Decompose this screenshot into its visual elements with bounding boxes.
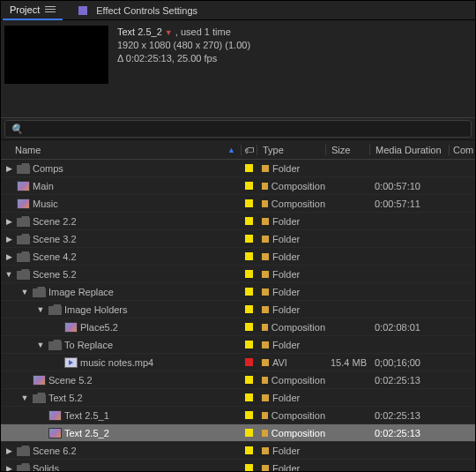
tree-row-item[interactable]: Text 2.5_1Composition0:02:25:13 bbox=[1, 407, 475, 424]
project-panel: Project Effect Controls Settings Text 2.… bbox=[0, 0, 476, 472]
twisty-icon[interactable]: ▼ bbox=[4, 270, 13, 279]
tag-icon: 🏷 bbox=[244, 145, 254, 155]
twisty-icon[interactable]: ▼ bbox=[36, 305, 45, 314]
type-swatch-icon bbox=[262, 271, 269, 278]
type-swatch-icon bbox=[262, 288, 269, 296]
tree-row-item[interactable]: MusicComposition0:00:57:11 bbox=[1, 195, 475, 213]
column-header-name[interactable]: Name ▲ bbox=[15, 145, 241, 155]
label-swatch[interactable] bbox=[245, 164, 253, 172]
column-header-type[interactable]: Type bbox=[257, 145, 325, 155]
type-label: Composition bbox=[271, 199, 325, 209]
tree-row-folder[interactable]: ▼To ReplaceFolder bbox=[1, 336, 475, 354]
label-swatch[interactable] bbox=[245, 252, 253, 260]
type-cell: Folder bbox=[257, 163, 325, 174]
column-header-label[interactable]: 🏷 bbox=[241, 145, 257, 155]
folder-icon bbox=[16, 268, 30, 281]
tree-row-folder[interactable]: ▶CompsFolder bbox=[1, 160, 475, 177]
selection-thumbnail[interactable] bbox=[4, 26, 108, 84]
sort-ascending-icon[interactable]: ▲ bbox=[227, 146, 235, 154]
column-header-size[interactable]: Size bbox=[325, 145, 369, 155]
type-cell: Composition bbox=[257, 375, 325, 386]
tree-row-item[interactable]: Scene 5.2Composition0:02:25:13 bbox=[1, 371, 475, 389]
label-swatch[interactable] bbox=[245, 323, 253, 331]
twisty-icon[interactable]: ▼ bbox=[36, 341, 45, 349]
label-swatch[interactable] bbox=[245, 429, 253, 437]
type-swatch-icon bbox=[262, 412, 268, 419]
column-header-duration[interactable]: Media Duration bbox=[369, 145, 449, 155]
label-swatch[interactable] bbox=[245, 358, 253, 366]
composition-icon bbox=[48, 427, 62, 439]
label-swatch[interactable] bbox=[245, 199, 253, 207]
item-label: Comps bbox=[33, 163, 63, 174]
tree-row-folder[interactable]: ▼Scene 5.2Folder bbox=[1, 266, 475, 283]
type-swatch-icon bbox=[262, 430, 268, 437]
twisty-icon[interactable]: ▶ bbox=[4, 217, 13, 226]
project-tree[interactable]: ▶CompsFolderMainComposition0:00:57:10Mus… bbox=[1, 160, 475, 471]
twisty-icon[interactable]: ▼ bbox=[20, 393, 29, 402]
folder-icon bbox=[48, 339, 62, 351]
label-swatch[interactable] bbox=[245, 446, 253, 454]
label-swatch[interactable] bbox=[245, 411, 253, 419]
item-label: Scene 2.2 bbox=[33, 216, 77, 227]
panel-menu-icon[interactable] bbox=[45, 6, 56, 12]
label-swatch[interactable] bbox=[245, 182, 253, 190]
column-header-comment[interactable]: Com bbox=[449, 145, 475, 155]
duration-cell: 0:00:57:11 bbox=[369, 199, 449, 209]
selection-dropdown-icon[interactable]: ▼ bbox=[165, 28, 173, 37]
duration-cell: 0;00;16;00 bbox=[369, 357, 449, 368]
tree-row-folder[interactable]: ▼Image HoldersFolder bbox=[1, 301, 475, 318]
tree-row-folder[interactable]: ▶Scene 4.2Folder bbox=[1, 248, 475, 266]
type-swatch-icon bbox=[262, 165, 269, 172]
twisty-icon[interactable]: ▶ bbox=[4, 252, 13, 261]
tree-row-folder[interactable]: ▼Image ReplaceFolder bbox=[1, 283, 475, 301]
search-icon: 🔍 bbox=[11, 124, 23, 135]
folder-icon bbox=[16, 251, 30, 263]
folder-icon bbox=[48, 303, 62, 316]
folder-icon bbox=[16, 445, 30, 457]
panel-tabs: Project Effect Controls Settings bbox=[1, 1, 475, 20]
folder-icon bbox=[32, 392, 46, 404]
tree-row-folder[interactable]: ▶SolidsFolder bbox=[1, 460, 475, 471]
tree-row-item[interactable]: MainComposition0:00:57:10 bbox=[1, 177, 475, 195]
label-swatch[interactable] bbox=[245, 235, 253, 243]
label-swatch[interactable] bbox=[245, 305, 253, 313]
tree-row-item[interactable]: Place5.2Composition0:02:08:01 bbox=[1, 318, 475, 336]
type-swatch-icon bbox=[262, 200, 268, 207]
twisty-icon[interactable]: ▶ bbox=[4, 164, 13, 173]
label-swatch[interactable] bbox=[245, 341, 253, 348]
label-swatch[interactable] bbox=[245, 393, 253, 401]
tree-row-item[interactable]: music notes.mp4AVI15.4 MB0;00;16;00 bbox=[1, 354, 475, 371]
type-label: Folder bbox=[272, 269, 300, 280]
type-swatch-icon bbox=[262, 324, 268, 331]
type-cell: Folder bbox=[257, 287, 325, 297]
label-swatch[interactable] bbox=[245, 217, 253, 225]
type-cell: Composition bbox=[257, 322, 325, 333]
type-swatch-icon bbox=[262, 218, 269, 225]
tab-effect-controls[interactable]: Effect Controls Settings bbox=[71, 2, 205, 19]
label-swatch[interactable] bbox=[245, 270, 253, 278]
twisty-icon[interactable]: ▶ bbox=[4, 464, 13, 472]
column-headers: Name ▲ 🏷 Type Size Media Duration Com bbox=[1, 140, 475, 160]
item-label: Text 2.5_1 bbox=[64, 410, 109, 421]
tree-row-item[interactable]: Text 2.5_2Composition0:02:25:13 bbox=[1, 424, 475, 442]
folder-icon bbox=[32, 286, 46, 298]
composition-icon bbox=[63, 321, 78, 333]
twisty-icon[interactable]: ▶ bbox=[4, 446, 13, 455]
item-label: Scene 5.2 bbox=[48, 375, 93, 386]
tree-row-folder[interactable]: ▶Scene 6.2Folder bbox=[1, 442, 475, 460]
label-swatch[interactable] bbox=[245, 464, 253, 471]
search-input[interactable]: 🔍 bbox=[4, 120, 472, 138]
tree-row-folder[interactable]: ▼Text 5.2Folder bbox=[1, 389, 475, 407]
selection-info: Text 2.5_2 ▼ , used 1 time 1920 x 1080 (… bbox=[1, 20, 475, 117]
twisty-icon[interactable]: ▶ bbox=[4, 235, 13, 243]
item-label: Scene 4.2 bbox=[33, 251, 77, 262]
label-swatch[interactable] bbox=[245, 376, 253, 384]
label-swatch[interactable] bbox=[245, 288, 253, 296]
tree-row-folder[interactable]: ▶Scene 2.2Folder bbox=[1, 213, 475, 230]
twisty-icon[interactable]: ▼ bbox=[20, 288, 29, 296]
type-swatch-icon bbox=[262, 359, 269, 366]
tab-project[interactable]: Project bbox=[3, 1, 63, 20]
type-swatch-icon bbox=[262, 236, 269, 243]
type-cell: Composition bbox=[257, 428, 325, 438]
tree-row-folder[interactable]: ▶Scene 3.2Folder bbox=[1, 230, 475, 248]
